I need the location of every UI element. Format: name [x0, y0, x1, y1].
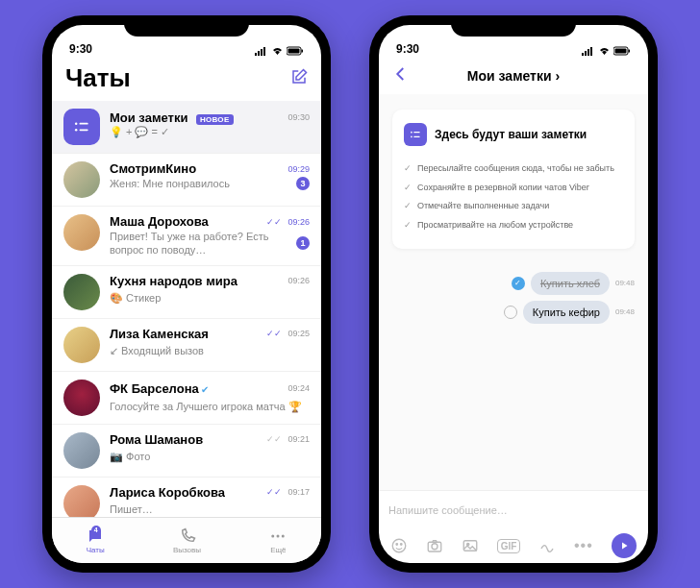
more-icon[interactable]: •••: [574, 537, 593, 554]
chat-row[interactable]: СмотримКино 09:29 Женя: Мне понравилось …: [52, 154, 321, 207]
chat-row[interactable]: Маша Дорохова ✓✓09:26 Привет! Ты уже на …: [52, 207, 321, 266]
chat-name: СмотримКино: [110, 161, 196, 176]
sticker-icon[interactable]: [390, 537, 408, 554]
chat-time: 09:29: [288, 164, 310, 174]
chat-name: Рома Шаманов: [110, 432, 203, 447]
chat-time: 09:24: [288, 383, 310, 393]
screen-title[interactable]: Мои заметки ›: [467, 68, 560, 84]
composer-toolbar: GIF •••: [379, 528, 648, 563]
chat-row[interactable]: ФК Барселона✔ 09:24 Голосуйте за Лучшего…: [52, 372, 321, 425]
chat-preview: Пишет…: [110, 503, 153, 515]
svg-rect-14: [582, 53, 584, 56]
phone-icon: [179, 527, 196, 545]
chat-time: 09:17: [288, 487, 310, 497]
info-item: Отмечайте выполненные задачи: [404, 197, 621, 216]
svg-point-25: [393, 539, 407, 552]
signal-icon: [255, 46, 268, 56]
new-badge: НОВОЕ: [196, 114, 234, 125]
signal-icon: [582, 46, 595, 56]
gallery-icon[interactable]: [462, 537, 479, 554]
gif-icon[interactable]: GIF: [497, 539, 521, 553]
phone-chats: 9:30 Чаты Мои заметки: [42, 15, 331, 573]
svg-point-21: [411, 132, 412, 134]
nav-label: Вызовы: [173, 546, 201, 554]
message-row[interactable]: Купить кефир 09:48: [504, 301, 635, 324]
doodle-icon[interactable]: [538, 537, 556, 554]
chat-row[interactable]: Лариса Коробкова ✓✓09:17 Пишет…: [52, 478, 321, 517]
message-time: 09:48: [615, 307, 635, 316]
info-item: Пересылайте сообщения сюда, чтобы не заб…: [404, 159, 621, 179]
page-title: Чаты: [65, 63, 131, 93]
wifi-icon: [271, 46, 284, 56]
screen-notes: 9:30 Мои заметки › Здесь будут ваши заме…: [379, 25, 648, 563]
svg-rect-8: [80, 123, 88, 125]
task-check-done-icon[interactable]: ✓: [512, 277, 525, 290]
chat-name: Маша Дорохова: [110, 214, 209, 229]
back-button[interactable]: [392, 65, 410, 86]
chat-row[interactable]: Рома Шаманов ✓✓09:21 📷 Фото: [52, 425, 321, 478]
svg-rect-20: [629, 50, 631, 53]
nav-chats[interactable]: 4 Чаты: [87, 527, 105, 554]
status-time: 9:30: [396, 42, 419, 56]
svg-rect-10: [80, 130, 88, 132]
chat-row[interactable]: Лиза Каменская ✓✓09:25 ↙ Входящий вызов: [52, 319, 321, 372]
svg-point-7: [75, 122, 78, 125]
chat-time: 09:26: [288, 217, 310, 227]
messages: ✓ Купить хлеб 09:48 Купить кефир 09:48: [392, 272, 635, 324]
chat-name: Лариса Коробкова: [110, 485, 225, 500]
svg-rect-24: [413, 136, 419, 137]
svg-rect-19: [615, 49, 627, 54]
read-ticks-icon: ✓✓: [266, 434, 282, 444]
status-icons: [255, 46, 304, 56]
chat-name: Мои заметки: [110, 110, 188, 125]
nav-more[interactable]: Ещё: [269, 527, 287, 554]
info-item: Сохраняйте в резервной копии чатов Viber: [404, 179, 621, 198]
chat-row-my-notes[interactable]: Мои заметки НОВОЕ 09:30 💡 + 💬 = ✓: [52, 101, 321, 154]
read-ticks-icon: ✓✓: [266, 487, 282, 497]
chat-name: Лиза Каменская: [110, 327, 209, 341]
task-check-pending-icon[interactable]: [504, 306, 517, 319]
notes-icon: [404, 123, 427, 146]
phone-notes: 9:30 Мои заметки › Здесь будут ваши заме…: [369, 15, 658, 573]
svg-point-12: [277, 534, 280, 537]
chat-preview: Голосуйте за Лучшего игрока матча 🏆: [110, 401, 302, 412]
camera-icon[interactable]: [426, 537, 443, 554]
nav-calls[interactable]: Вызовы: [173, 527, 201, 554]
svg-point-9: [75, 129, 78, 132]
chat-time: 09:26: [288, 276, 310, 285]
message-input[interactable]: Напишите сообщение…: [388, 504, 638, 516]
avatar: [63, 327, 100, 363]
message-bubble: Купить хлеб: [531, 272, 610, 295]
chat-name: Кухня народов мира: [110, 274, 238, 288]
chat-row[interactable]: Кухня народов мира 09:26 🎨 Стикер: [52, 266, 321, 319]
compose-icon[interactable]: [290, 68, 308, 89]
svg-point-23: [411, 135, 412, 137]
svg-point-27: [401, 544, 403, 546]
send-button[interactable]: [612, 533, 637, 558]
info-item: Просматривайте на любом устройстве: [404, 216, 621, 235]
svg-rect-16: [588, 49, 589, 56]
chat-preview: ↙ Входящий вызов: [110, 345, 204, 356]
chat-time: 09:30: [288, 112, 310, 122]
svg-point-26: [396, 544, 398, 546]
chat-name: ФК Барселона: [110, 381, 199, 396]
verified-icon: ✔: [201, 384, 209, 395]
svg-rect-3: [263, 47, 265, 56]
avatar: [63, 161, 100, 198]
notes-formula: 💡 + 💬 = ✓: [110, 126, 310, 138]
message-bubble: Купить кефир: [523, 301, 610, 324]
message-time: 09:48: [615, 279, 635, 287]
battery-icon: [613, 46, 631, 56]
svg-rect-2: [261, 49, 262, 56]
svg-point-29: [432, 544, 438, 550]
avatar: [63, 274, 100, 310]
notch: [451, 15, 576, 37]
unread-badge: 1: [296, 236, 310, 250]
battery-icon: [287, 46, 304, 56]
chat-time: 09:25: [288, 329, 310, 338]
status-time: 9:30: [69, 42, 92, 56]
header: Чаты: [52, 58, 321, 101]
message-row[interactable]: ✓ Купить хлеб 09:48: [512, 272, 635, 295]
notes-avatar-icon: [63, 109, 100, 145]
svg-rect-17: [590, 47, 592, 56]
